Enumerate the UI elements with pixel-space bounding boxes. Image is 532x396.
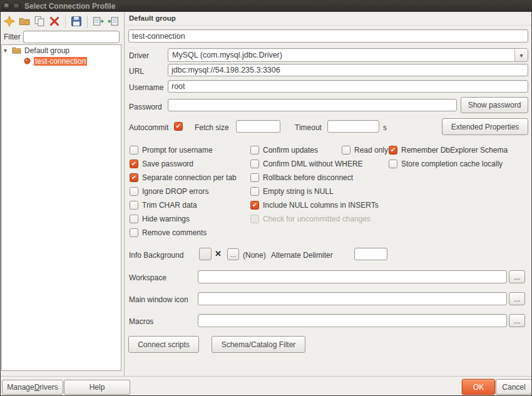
tree-item-row[interactable]: test-connection (2, 56, 121, 66)
checkbox-check-for-uncommitted-changes: ✔Check for uncommitted changes (250, 212, 379, 226)
profile-name-input[interactable] (128, 29, 528, 43)
info-background-label: Info Background (129, 251, 183, 260)
checkbox-hide-warnings[interactable]: ✔Hide warnings (130, 212, 237, 226)
new-profile-icon (4, 16, 15, 29)
new-group-icon (19, 16, 30, 29)
window-close-button[interactable]: ✕ (3, 2, 11, 10)
macros-browse-button[interactable]: ... (509, 314, 525, 327)
save-profiles-button[interactable] (69, 14, 84, 29)
footer-bar: Manage Drivers Help OK Cancel (1, 376, 531, 396)
alternate-delimiter-label: Alternate Delimiter (271, 251, 333, 260)
checkbox-empty-string-is-null[interactable]: ✔Empty string is NULL (250, 185, 379, 198)
checkbox-read-only[interactable]: ✔Read only (342, 143, 388, 157)
checkbox-ignore-drop-errors[interactable]: ✔Ignore DROP errors (130, 185, 237, 198)
password-input[interactable] (168, 99, 457, 111)
fetch-size-label: Fetch size (195, 123, 229, 132)
window-minimize-button[interactable]: − (13, 2, 21, 10)
checkbox-box[interactable]: ✔ (130, 215, 138, 223)
save-icon (71, 16, 82, 29)
toolbar-separator (87, 16, 88, 28)
chevron-down-icon[interactable]: ▾ (514, 49, 528, 61)
username-label: Username (129, 83, 163, 92)
timeout-input[interactable] (327, 120, 379, 133)
tree-item-label[interactable]: test-connection (34, 57, 87, 66)
checkbox-include-null-columns-in-inserts[interactable]: ✔Include NULL columns in INSERTs (250, 198, 379, 212)
checkbox-box[interactable]: ✔ (130, 187, 138, 196)
main-window-icon-browse-button[interactable]: ... (509, 292, 525, 305)
copy-profiles-to-clipboard-button[interactable] (91, 14, 106, 29)
main-window-icon-input[interactable] (198, 292, 507, 305)
options-column-3: ✔Read only (342, 143, 388, 157)
window-title: Select Connection Profile (24, 2, 115, 11)
driver-value: MySQL (com.mysql.jdbc.Driver) (168, 51, 514, 59)
filter-input[interactable] (23, 31, 120, 43)
new-group-button[interactable] (17, 14, 32, 29)
tree-expander-icon[interactable]: ▾ (4, 48, 10, 54)
workspace-input[interactable] (198, 270, 507, 283)
checkbox-store-completion-cache-locally[interactable]: ✔Store completion cache locally (389, 157, 508, 171)
checkbox-box[interactable]: ✔ (250, 187, 259, 196)
checkbox-box[interactable]: ✔ (389, 146, 397, 155)
driver-select[interactable]: MySQL (com.mysql.jdbc.Driver) ▾ (168, 48, 528, 62)
info-background-swatch[interactable] (199, 248, 212, 260)
extended-properties-button[interactable]: Extended Properties (442, 118, 528, 135)
profile-icon (23, 56, 32, 66)
checkbox-remember-dbexplorer-schema[interactable]: ✔Remember DbExplorer Schema (389, 143, 508, 157)
checkbox-box[interactable]: ✔ (130, 228, 138, 237)
checkbox-box[interactable]: ✔ (130, 146, 138, 155)
schema-catalog-filter-button[interactable]: Schema/Catalog Filter (212, 336, 305, 353)
splitter[interactable] (124, 12, 125, 376)
password-label: Password (129, 103, 162, 111)
checkbox-box[interactable]: ✔ (130, 201, 138, 210)
options-column-1: ✔Prompt for username ✔Save password ✔Sep… (130, 143, 237, 240)
titlebar[interactable]: ✕ − Select Connection Profile (1, 1, 531, 12)
checkbox-confirm-dml-without-where[interactable]: ✔Confirm DML without WHERE (250, 157, 379, 171)
checkbox-box[interactable]: ✔ (250, 160, 259, 168)
header-divider (125, 25, 532, 26)
autocommit-label: Autocommit (129, 123, 168, 132)
checkbox-prompt-for-username[interactable]: ✔Prompt for username (130, 143, 237, 157)
checkbox-trim-char-data[interactable]: ✔Trim CHAR data (130, 198, 237, 212)
connect-scripts-button[interactable]: Connect scripts (128, 336, 199, 353)
timeout-unit-label: s (383, 123, 387, 132)
checkbox-remove-comments[interactable]: ✔Remove comments (130, 226, 237, 240)
tree-group-label[interactable]: Default group (23, 46, 71, 55)
checkbox-box[interactable]: ✔ (130, 160, 138, 168)
checkbox-box[interactable]: ✔ (130, 173, 138, 182)
new-profile-button[interactable] (2, 14, 17, 29)
paste-profiles-from-clipboard-button[interactable] (106, 14, 121, 29)
driver-label: Driver (129, 51, 149, 60)
macros-input[interactable] (198, 314, 507, 327)
autocommit-checkbox[interactable]: ✔ (174, 122, 183, 131)
pick-color-button[interactable]: ... (227, 248, 239, 260)
checkbox-box[interactable]: ✔ (389, 160, 397, 168)
clear-color-icon[interactable]: ✕ (215, 249, 222, 258)
timeout-label: Timeout (295, 123, 322, 132)
help-button[interactable]: Help (64, 380, 130, 395)
checkbox-save-password[interactable]: ✔Save password (130, 157, 237, 171)
url-input[interactable] (168, 64, 528, 76)
username-input[interactable] (168, 80, 528, 93)
delete-profile-button[interactable] (47, 14, 62, 29)
checkbox-box[interactable]: ✔ (250, 173, 259, 182)
checkbox-separate-connection-per-tab[interactable]: ✔Separate connection per tab (130, 171, 237, 185)
url-label: URL (129, 67, 144, 76)
checkbox-rollback-before-disconnect[interactable]: ✔Rollback before disconnect (250, 171, 379, 185)
profile-tree[interactable]: ▾ Default group test-connection (1, 44, 121, 371)
show-password-button[interactable]: Show password (461, 97, 528, 113)
filter-label: Filter (4, 33, 21, 41)
fetch-size-input[interactable] (236, 120, 280, 133)
checkbox-box: ✔ (250, 215, 259, 223)
checkbox-box[interactable]: ✔ (250, 146, 259, 155)
ok-button[interactable]: OK (462, 379, 495, 395)
workspace-label: Workspace (129, 273, 166, 282)
manage-drivers-button[interactable]: Manage Drivers (2, 380, 63, 395)
alternate-delimiter-input[interactable] (354, 248, 387, 260)
checkbox-box[interactable]: ✔ (342, 146, 350, 155)
tree-group-row[interactable]: ▾ Default group (2, 45, 121, 56)
cancel-button[interactable]: Cancel (496, 379, 532, 395)
folder-icon (12, 46, 21, 55)
workspace-browse-button[interactable]: ... (509, 270, 525, 283)
checkbox-box[interactable]: ✔ (250, 201, 259, 210)
copy-profile-button[interactable] (32, 14, 47, 29)
